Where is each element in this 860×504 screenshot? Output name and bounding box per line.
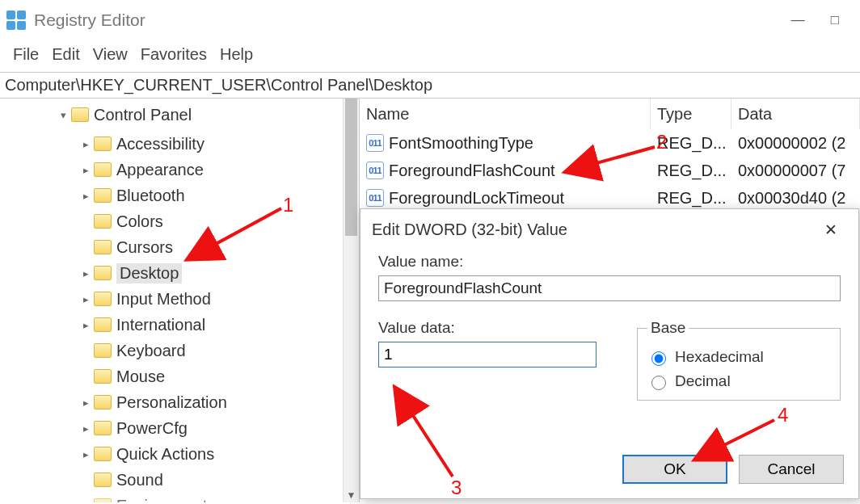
- ok-button[interactable]: OK: [622, 455, 727, 484]
- tree-node-input-method[interactable]: ▸Input Method: [0, 286, 359, 312]
- value-data-input[interactable]: [378, 342, 597, 368]
- menu-edit[interactable]: Edit: [47, 44, 84, 65]
- tree-node-appearance[interactable]: ▸Appearance: [0, 157, 359, 183]
- tree-label: PowerCfg: [116, 419, 188, 438]
- tree-label: International: [116, 316, 205, 334]
- folder-icon: [94, 292, 112, 306]
- tree-label: Colors: [116, 212, 163, 231]
- tree-node-powercfg[interactable]: ▸PowerCfg: [0, 415, 359, 441]
- maximize-button[interactable]: □: [816, 0, 854, 40]
- radio-dec-input[interactable]: [651, 376, 666, 390]
- value-name-input[interactable]: [378, 275, 841, 301]
- folder-icon: [71, 107, 89, 122]
- tree-node-cursors[interactable]: Cursors: [0, 234, 359, 260]
- tree-label: Mouse: [116, 368, 165, 386]
- scroll-down-icon[interactable]: ▼: [344, 488, 359, 502]
- chevron-right-icon[interactable]: ▸: [79, 164, 92, 176]
- folder-icon: [94, 136, 112, 151]
- tree-label: Control Panel: [94, 106, 192, 124]
- chevron-right-icon[interactable]: ▸: [79, 138, 92, 150]
- value-type: REG_D...: [651, 134, 731, 153]
- radio-hexadecimal[interactable]: Hexadecimal: [647, 348, 830, 366]
- tree-label: Bluetooth: [116, 187, 185, 205]
- tree-label: Keyboard: [116, 342, 186, 360]
- tree-node-accessibility[interactable]: ▸Accessibility: [0, 131, 359, 157]
- list-row[interactable]: 011FontSmoothingType REG_D... 0x00000002…: [360, 129, 860, 157]
- value-name: ForegroundLockTimeout: [389, 189, 564, 208]
- chevron-right-icon[interactable]: ▸: [79, 448, 92, 460]
- radio-hex-input[interactable]: [651, 351, 666, 366]
- tree-label: Personalization: [116, 393, 227, 412]
- edit-dword-dialog: Edit DWORD (32-bit) Value ✕ Value name: …: [360, 208, 859, 499]
- scroll-thumb[interactable]: [345, 99, 357, 236]
- menu-file[interactable]: File: [8, 44, 44, 65]
- radio-decimal[interactable]: Decimal: [647, 372, 830, 390]
- folder-icon: [94, 266, 112, 280]
- folder-icon: [94, 472, 112, 487]
- folder-icon: [94, 214, 112, 229]
- chevron-right-icon[interactable]: ▸: [79, 319, 92, 331]
- folder-icon: [94, 369, 112, 384]
- cancel-button[interactable]: Cancel: [739, 455, 844, 484]
- value-data: 0x00000002 (2: [731, 134, 860, 153]
- tree-node-control-panel[interactable]: ▾ Control Panel: [0, 102, 359, 128]
- header-type[interactable]: Type: [651, 99, 731, 129]
- chevron-right-icon[interactable]: ▸: [79, 293, 92, 305]
- chevron-right-icon[interactable]: ▸: [79, 190, 92, 202]
- value-type: REG_D...: [651, 189, 731, 208]
- tree-node-colors[interactable]: Colors: [0, 208, 359, 234]
- value-name: ForegroundFlashCount: [389, 162, 555, 180]
- close-icon[interactable]: ✕: [815, 209, 847, 250]
- folder-icon: [94, 162, 112, 177]
- tree-label: Accessibility: [116, 135, 204, 153]
- menu-favorites[interactable]: Favorites: [136, 44, 212, 65]
- chevron-right-icon[interactable]: ▸: [79, 397, 92, 409]
- dialog-title: Edit DWORD (32-bit) Value: [372, 220, 815, 239]
- registry-tree: ▾ Control Panel ▸Accessibility ▸Appearan…: [0, 99, 359, 502]
- tree-node-quick-actions[interactable]: ▸Quick Actions: [0, 441, 359, 467]
- base-fieldset: Base Hexadecimal Decimal: [637, 319, 841, 401]
- address-bar[interactable]: Computer\HKEY_CURRENT_USER\Control Panel…: [0, 72, 860, 99]
- chevron-down-icon[interactable]: ▾: [57, 109, 70, 121]
- tree-scrollbar[interactable]: ▲ ▼: [343, 99, 359, 502]
- tree-node-sound[interactable]: Sound: [0, 467, 359, 493]
- folder-icon: [94, 498, 112, 502]
- tree-label: Sound: [116, 471, 163, 489]
- tree-node-personalization[interactable]: ▸Personalization: [0, 389, 359, 415]
- folder-icon: [94, 395, 112, 410]
- dword-icon: 011: [366, 134, 384, 152]
- tree-node-keyboard[interactable]: Keyboard: [0, 338, 359, 363]
- value-name-label: Value name:: [378, 253, 841, 271]
- value-data: 0x00000007 (7: [731, 162, 860, 180]
- menu-help[interactable]: Help: [215, 44, 258, 65]
- value-name: FontSmoothingType: [389, 134, 533, 153]
- folder-icon: [94, 317, 112, 332]
- tree-node-bluetooth[interactable]: ▸Bluetooth: [0, 183, 359, 208]
- chevron-right-icon[interactable]: ▸: [79, 422, 92, 435]
- header-data[interactable]: Data: [731, 99, 860, 129]
- tree-node-international[interactable]: ▸International: [0, 312, 359, 338]
- header-name[interactable]: Name: [360, 99, 651, 129]
- menubar: File Edit View Favorites Help: [0, 40, 860, 72]
- value-data-label: Value data:: [378, 319, 597, 337]
- chevron-right-icon[interactable]: ▸: [79, 267, 92, 279]
- tree-label: Cursors: [116, 238, 173, 257]
- folder-icon: [94, 343, 112, 358]
- tree-node-environment[interactable]: Environment: [0, 493, 359, 502]
- tree-node-desktop[interactable]: ▸Desktop: [0, 260, 359, 286]
- radio-dec-label: Decimal: [675, 372, 731, 390]
- tree-label: Environment: [116, 497, 207, 503]
- regedit-app-icon: [6, 10, 26, 30]
- minimize-button[interactable]: —: [779, 0, 816, 40]
- tree-node-mouse[interactable]: Mouse: [0, 363, 359, 389]
- list-header: Name Type Data: [360, 99, 860, 129]
- value-data: 0x00030d40 (2: [731, 189, 860, 208]
- tree-label: Desktop: [116, 263, 182, 284]
- list-row[interactable]: 011ForegroundFlashCount REG_D... 0x00000…: [360, 157, 860, 184]
- tree-label: Quick Actions: [116, 445, 214, 464]
- list-row[interactable]: 011ForegroundLockTimeout REG_D... 0x0003…: [360, 184, 860, 212]
- dialog-titlebar[interactable]: Edit DWORD (32-bit) Value ✕: [360, 209, 858, 250]
- tree-pane: ▾ Control Panel ▸Accessibility ▸Appearan…: [0, 99, 360, 502]
- dword-icon: 011: [366, 162, 384, 179]
- menu-view[interactable]: View: [88, 44, 133, 65]
